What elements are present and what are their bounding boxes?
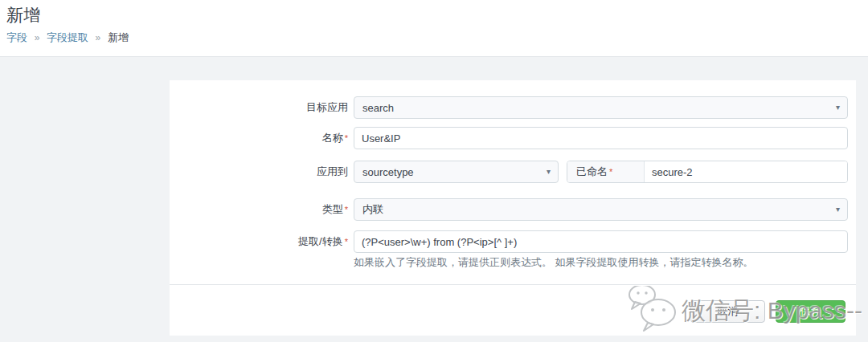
target-app-select[interactable]: search ▾ [354,96,848,119]
target-app-select-value: search [362,102,394,114]
target-app-label: 目标应用 [170,96,348,119]
type-label: 类型* [170,198,348,221]
breadcrumb-separator: » [35,32,40,43]
footer-actions: 取消 保存 [690,300,845,323]
extraction-help-text: 如果嵌入了字段提取，请提供正则表达式。 如果字段提取使用转换，请指定转换名称。 [354,255,848,270]
type-row: 类型* 内联 ▾ [170,198,856,221]
page-header: 新增 字段 » 字段提取 » 新增 [0,0,868,57]
named-input-group: 已命名* [567,161,848,183]
name-label: 名称* [170,127,348,149]
breadcrumb-link-fields[interactable]: 字段 [6,31,27,43]
name-row: 名称* [170,127,856,149]
chevron-down-icon: ▾ [836,104,840,112]
footer-divider [170,284,856,285]
named-input[interactable] [645,161,847,182]
apply-to-select[interactable]: sourcetype ▾ [354,161,559,183]
type-select-value: 内联 [362,202,383,217]
extraction-label: 提取/转换* [170,230,348,253]
apply-to-label: 应用到 [170,161,348,183]
form-panel: 目标应用 search ▾ 名称* 应用到 sourcetype ▾ [170,80,856,336]
name-input[interactable] [354,127,848,149]
type-select[interactable]: 内联 ▾ [354,198,848,221]
required-marker: * [345,133,348,143]
apply-to-select-value: sourcetype [362,166,414,178]
extraction-row: 提取/转换* [170,230,856,253]
chevron-down-icon: ▾ [836,206,840,214]
required-marker: * [345,205,348,214]
breadcrumb-current: 新增 [108,31,129,43]
target-app-row: 目标应用 search ▾ [170,96,856,119]
extraction-input[interactable] [354,230,848,253]
breadcrumb: 字段 » 字段提取 » 新增 [6,31,868,45]
page-title: 新增 [6,4,868,26]
apply-to-row: 应用到 sourcetype ▾ 已命名* [170,161,856,183]
required-marker: * [609,167,612,177]
breadcrumb-separator: » [96,32,101,43]
save-button[interactable]: 保存 [776,300,845,323]
breadcrumb-link-field-extractions[interactable]: 字段提取 [47,31,88,43]
cancel-button[interactable]: 取消 [690,300,765,323]
named-addon-label: 已命名* [567,161,645,182]
chevron-down-icon: ▾ [547,168,551,176]
required-marker: * [345,237,348,246]
add-new-field-extraction-page: 新增 字段 » 字段提取 » 新增 目标应用 search ▾ 名称* [0,0,868,342]
